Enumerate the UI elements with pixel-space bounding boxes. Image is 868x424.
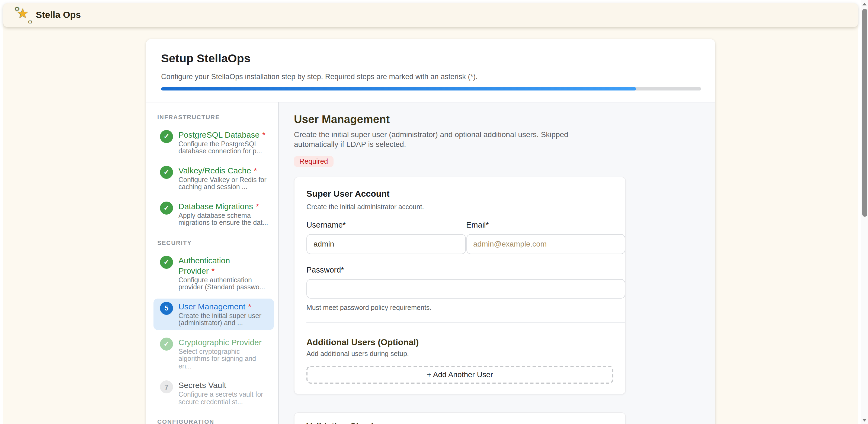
step-title: Valkey/Redis Cache — [179, 166, 251, 175]
sidebar-item-postgresql-database[interactable]: ✓ PostgreSQL Database* Configure the Pos… — [153, 127, 274, 158]
step-description: Configure Valkey or Redis for caching an… — [179, 176, 268, 191]
check-icon: ✓ — [160, 201, 173, 214]
sidebar-item-secrets-vault[interactable]: 7 Secrets Vault Configure a secrets vaul… — [153, 377, 274, 409]
sidebar-item-cryptographic-provider[interactable]: ✓ Cryptographic Provider Select cryptogr… — [153, 334, 274, 373]
sidebar-item-database-migrations[interactable]: ✓ Database Migrations* Apply database sc… — [153, 198, 274, 229]
step-description: Select cryptographic algorithms for sign… — [179, 348, 268, 370]
step-description: Apply database schema migrations to ensu… — [179, 212, 268, 227]
password-field[interactable] — [306, 279, 625, 299]
section-label-configuration: CONFIGURATION — [157, 418, 278, 424]
required-asterisk: * — [254, 166, 257, 175]
step-description: Create the initial super user (administr… — [179, 313, 268, 327]
super-user-card: Super User Account Create the initial ad… — [294, 177, 626, 394]
step-description: Configure authentication provider (Stand… — [179, 276, 268, 291]
sidebar-item-valkey-redis-cache[interactable]: ✓ Valkey/Redis Cache* Configure Valkey o… — [153, 162, 274, 194]
check-icon: ✓ — [160, 130, 173, 143]
card-subtitle: Create the initial administrator account… — [306, 203, 613, 211]
email-label: Email* — [466, 221, 625, 230]
password-helper-text: Must meet password policy requirements. — [306, 304, 625, 312]
step-number-icon: 5 — [160, 301, 173, 315]
add-another-user-button[interactable]: + Add Another User — [306, 366, 613, 383]
validation-checks-card: Validation Checks connectivity Check pas… — [294, 412, 626, 424]
validation-card-title: Validation Checks — [306, 421, 613, 424]
section-divider — [306, 322, 625, 323]
top-bar: ⚙ ★ ⚙ Stella Ops — [3, 3, 858, 27]
setup-progress-fill — [161, 87, 637, 90]
step-number-icon: 7 — [160, 380, 173, 393]
check-icon: ✓ — [160, 337, 173, 350]
required-asterisk: * — [248, 301, 251, 311]
additional-users-subtitle: Add additional users during setup. — [306, 350, 613, 358]
sidebar-item-user-management[interactable]: 5 User Management* Create the initial su… — [153, 298, 274, 330]
step-title: User Management — [179, 301, 245, 311]
section-label-infrastructure: INFRASTRUCTURE — [157, 113, 278, 120]
step-content: User Management Create the initial super… — [278, 102, 715, 424]
step-description: Configure the PostgreSQL database connec… — [179, 141, 268, 155]
setup-subtitle: Configure your StellaOps installation st… — [161, 72, 701, 81]
setup-header: Setup StellaOps Configure your StellaOps… — [146, 39, 715, 102]
step-title: PostgreSQL Database — [179, 130, 259, 139]
password-label: Password* — [306, 265, 625, 274]
required-asterisk: * — [256, 201, 259, 210]
scroll-up-arrow-icon[interactable] — [862, 3, 867, 5]
scroll-down-arrow-icon[interactable] — [862, 419, 867, 421]
step-title: Cryptographic Provider — [179, 337, 262, 347]
step-title: Secrets Vault — [179, 380, 226, 390]
page: ⚙ ★ ⚙ Stella Ops Setup StellaOps Configu… — [0, 0, 868, 424]
required-asterisk: * — [262, 130, 266, 139]
additional-users-title: Additional Users (Optional) — [306, 337, 613, 347]
sidebar-item-authentication-provider[interactable]: ✓ Authentication Provider* Configure aut… — [153, 252, 274, 294]
step-title: Authentication Provider — [179, 256, 230, 275]
step-title: Database Migrations — [179, 201, 253, 210]
stella-ops-logo-icon: ⚙ ★ ⚙ — [16, 8, 31, 23]
username-field[interactable] — [306, 234, 466, 254]
scrollbar-thumb[interactable] — [862, 9, 867, 217]
email-field[interactable] — [466, 234, 625, 254]
page-title: User Management — [294, 113, 698, 125]
setup-progress-bar — [161, 87, 701, 90]
gear-icon: ⚙ — [28, 19, 33, 25]
required-badge: Required — [294, 156, 334, 167]
star-icon: ★ — [17, 6, 28, 21]
check-icon: ✓ — [160, 166, 173, 178]
setup-title: Setup StellaOps — [161, 52, 701, 65]
card-title: Super User Account — [306, 189, 613, 199]
app-title: Stella Ops — [36, 10, 81, 21]
setup-steps-sidebar: INFRASTRUCTURE ✓ PostgreSQL Database* Co… — [146, 102, 278, 424]
required-asterisk: * — [212, 266, 215, 275]
username-label: Username* — [306, 221, 466, 230]
section-label-security: SECURITY — [157, 239, 278, 246]
step-description: Configure a secrets vault for secure cre… — [179, 391, 268, 406]
check-icon: ✓ — [160, 256, 173, 268]
setup-wizard-panel: Setup StellaOps Configure your StellaOps… — [146, 39, 715, 424]
page-description: Create the initial super user (administr… — [294, 130, 591, 149]
page-scrollbar[interactable] — [861, 0, 868, 424]
